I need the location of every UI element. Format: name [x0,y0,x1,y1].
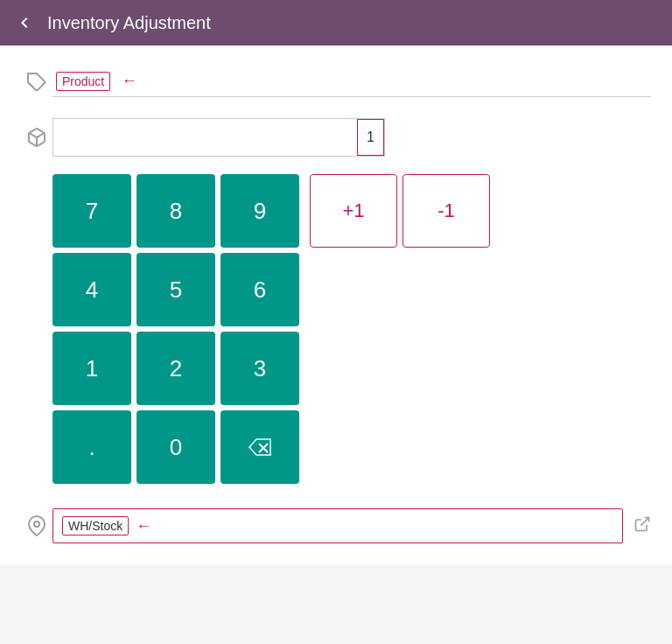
numpad-with-side: 7 8 9 4 5 6 1 2 3 . [52,174,651,484]
key-7[interactable]: 7 [52,174,131,248]
location-arrow: ← [136,517,151,536]
plus-one-button[interactable]: +1 [310,174,397,248]
key-8[interactable]: 8 [136,174,215,248]
numpad-row-3: 1 2 3 [52,332,299,405]
quantity-input[interactable] [53,119,384,156]
numpad-row-4: . 0 [52,410,299,484]
key-0[interactable]: 0 [136,410,215,484]
cube-icon [21,127,52,148]
key-3[interactable]: 3 [220,332,299,405]
key-backspace[interactable] [220,410,299,484]
app-header: Inventory Adjustment [0,0,672,46]
numpad-row-2: 4 5 6 [52,253,299,326]
svg-line-5 [640,517,648,525]
svg-point-4 [34,522,39,527]
numpad-row-1: 7 8 9 [52,174,299,248]
back-button[interactable] [14,12,35,33]
increment-buttons: +1 -1 [310,174,490,248]
increment-row: +1 -1 [310,174,490,248]
location-row: WH/Stock ← [21,505,651,543]
key-dot[interactable]: . [52,410,131,484]
product-arrow: ← [122,72,137,90]
numpad-rows: 7 8 9 4 5 6 1 2 3 . [52,174,299,484]
key-4[interactable]: 4 [52,253,131,326]
location-field-container[interactable]: WH/Stock ← [52,508,623,543]
location-value: WH/Stock [62,516,129,536]
main-content: Product ← 1 7 8 9 [0,46,672,564]
key-9[interactable]: 9 [220,174,299,248]
key-5[interactable]: 5 [136,253,215,326]
quantity-value[interactable]: 1 [357,119,384,156]
key-1[interactable]: 1 [52,332,131,405]
pin-icon [21,515,52,536]
minus-one-button[interactable]: -1 [402,174,490,248]
quantity-row: 1 [21,118,651,157]
external-link-icon[interactable] [634,515,651,537]
numpad-section: 7 8 9 4 5 6 1 2 3 . [52,174,651,484]
key-2[interactable]: 2 [136,332,215,405]
key-6[interactable]: 6 [220,253,299,326]
product-row: Product ← [21,66,651,97]
page-title: Inventory Adjustment [47,13,211,33]
product-field-container: Product ← [52,66,651,97]
tag-icon [21,72,52,93]
product-label: Product [56,72,110,91]
